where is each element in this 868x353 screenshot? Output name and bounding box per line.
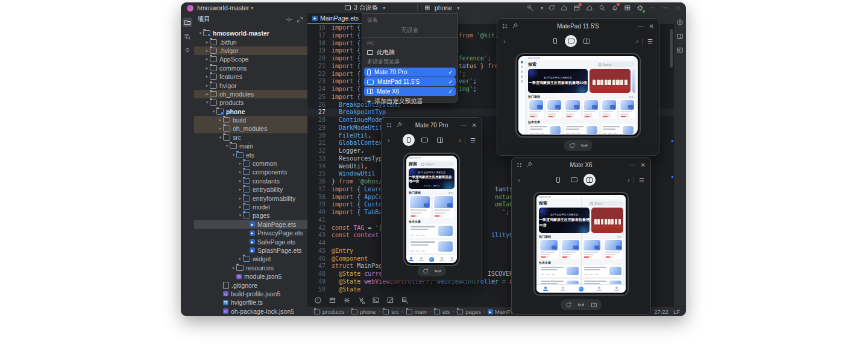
tree-item-widget[interactable]: ▸widget <box>194 255 307 263</box>
build-output-icon[interactable] <box>328 296 336 305</box>
device-type-fold[interactable] <box>580 35 593 47</box>
tree-item-.gitignore[interactable]: .gitignore <box>194 281 307 289</box>
chevron-down-icon[interactable]: ▾ <box>251 5 253 11</box>
inspector-icon[interactable] <box>675 45 685 55</box>
inspector-button[interactable] <box>577 301 585 308</box>
notifications-icon[interactable] <box>611 4 619 12</box>
course-card[interactable] <box>601 99 617 119</box>
search-everywhere-icon[interactable] <box>598 4 606 12</box>
article-card[interactable] <box>539 279 580 284</box>
tree-item-ohmodules[interactable]: ▸oh_modules <box>194 124 307 133</box>
editor-scrollbar[interactable] <box>670 29 673 68</box>
previewer-window-matepad[interactable]: MatePad 11.5'S—✕‹›☰HMOS世界⌃ – ×探索Search超4… <box>497 18 659 156</box>
locate-file-icon[interactable] <box>285 15 293 24</box>
tree-chevron-icon[interactable]: ▸ <box>204 92 210 97</box>
tab-item[interactable] <box>608 286 626 292</box>
tree-item-constants[interactable]: ▸constants <box>194 177 307 185</box>
tree-item-main[interactable]: ▾main <box>194 142 307 150</box>
banner-dark[interactable]: 超4千款应用加入鸿蒙生态一季度鸿蒙原生应用新装机量增20倍 <box>528 69 588 93</box>
tree-item-features[interactable]: ▸features <box>194 72 307 81</box>
service-icon[interactable] <box>573 4 581 12</box>
device-screen[interactable]: HMOS世界⌃ – ×探索Search超4千款应用加入鸿蒙生态一季度鸿蒙原生应用… <box>536 195 626 293</box>
article-card[interactable] <box>409 240 454 253</box>
course-card[interactable] <box>539 239 559 259</box>
fold-toggle-button[interactable] <box>590 301 597 308</box>
tree-chevron-icon[interactable]: ▾ <box>211 109 216 114</box>
rotate-button[interactable] <box>565 301 572 308</box>
settings-icon[interactable] <box>636 4 644 12</box>
next-device-icon[interactable]: › <box>627 176 630 183</box>
tree-chevron-icon[interactable]: ▾ <box>218 135 223 140</box>
article-card[interactable] <box>564 124 599 135</box>
tree-item-ets[interactable]: ▾ets <box>194 150 307 159</box>
project-name[interactable]: hmosworld-master <box>197 4 249 11</box>
tree-item-components[interactable]: ▸components <box>194 168 307 176</box>
tree-chevron-icon[interactable]: ▸ <box>237 187 243 192</box>
device-list-icon[interactable]: ☰ <box>634 177 644 183</box>
tree-item-build-profile.json5[interactable]: {}build-profile.json5 <box>194 290 307 298</box>
build-hammer-icon[interactable] <box>526 4 535 12</box>
article-card[interactable] <box>528 124 562 135</box>
article-card[interactable] <box>539 265 580 277</box>
tree-chevron-icon[interactable]: ▸ <box>218 118 223 122</box>
tree-item-privacypage.ets[interactable]: ▶PrivacyPage.ets <box>194 229 307 237</box>
breadcrumb-item-main[interactable]: main <box>406 308 427 315</box>
tree-item-hmosworld-master[interactable]: ▾hmosworld-master <box>194 29 307 37</box>
tree-chevron-icon[interactable]: ▾ <box>224 144 230 148</box>
device-list-icon[interactable]: ☰ <box>465 137 476 144</box>
more-link[interactable]: 更多 › <box>448 191 454 194</box>
device-type-tablet[interactable] <box>568 174 580 186</box>
minimize-icon[interactable]: — <box>638 23 644 30</box>
breadcrumb-item-src[interactable]: src <box>382 308 399 315</box>
device-screen[interactable]: HMOS世界– ×探索Search超4千款应用加入鸿蒙生态一季度鸿蒙原生应用新装… <box>406 156 457 263</box>
tree-chevron-icon[interactable]: ▸ <box>237 161 243 166</box>
tree-item-phone[interactable]: ▾phone <box>194 107 307 116</box>
breadcrumb-item-ets[interactable]: ets <box>433 308 450 315</box>
tree-chevron-icon[interactable]: ▸ <box>231 266 236 270</box>
course-card[interactable] <box>528 99 544 119</box>
article-card[interactable] <box>582 265 624 277</box>
device-screen[interactable]: HMOS世界⌃ – ×探索Search超4千款应用加入鸿蒙生态一季度鸿蒙原生应用… <box>518 56 638 135</box>
minimize-icon[interactable]: — <box>461 122 467 129</box>
tree-item-mainpage.ets[interactable]: ▶MainPage.ets <box>194 220 307 229</box>
rotate-button[interactable] <box>568 142 576 149</box>
course-card[interactable] <box>619 99 635 119</box>
course-card[interactable] <box>433 195 455 218</box>
tree-item-build[interactable]: ▸build <box>194 116 307 124</box>
tab-item[interactable] <box>555 286 573 292</box>
tree-item-.hvigor[interactable]: ▸.hvigor <box>194 46 307 55</box>
tree-item-src[interactable]: ▾src <box>194 133 307 142</box>
device-list-icon[interactable]: ☰ <box>642 38 653 45</box>
breadcrumb-item-phone[interactable]: phone <box>351 308 376 315</box>
tab-item[interactable] <box>406 256 417 262</box>
menu-item-matepad-11-5-s[interactable]: MatePad 11.5'S✓ <box>364 77 456 86</box>
rerun-icon[interactable] <box>547 4 556 12</box>
add-custom-previewer[interactable]: + 添加自定义预览器 <box>362 97 458 106</box>
device-type-phone[interactable] <box>403 134 415 146</box>
tree-item-entryformability[interactable]: ▸entryformability <box>194 194 307 202</box>
tree-item-commons[interactable]: ▸commons <box>194 64 307 72</box>
tree-chevron-icon[interactable]: ▸ <box>204 40 210 45</box>
article-card[interactable] <box>582 279 624 284</box>
course-card[interactable] <box>583 99 599 119</box>
close-icon[interactable] <box>674 4 682 12</box>
tree-item-oh-package-lock.json5[interactable]: {}oh-package-lock.json5 <box>194 307 307 316</box>
inspector-button[interactable] <box>435 267 442 275</box>
vcs-tool-icon[interactable] <box>183 45 192 55</box>
tree-item-splashpage.ets[interactable]: ▶SplashPage.ets <box>194 246 307 255</box>
banner-carousel[interactable]: 超4千款应用加入鸿蒙生态一季度鸿蒙原生应用新装机量增20倍 <box>409 168 454 189</box>
tree-item-safepage.ets[interactable]: ▶SafePage.ets <box>194 237 307 246</box>
tree-item-module.json5[interactable]: {}module.json5 <box>194 272 307 281</box>
device-type-tablet[interactable] <box>565 35 577 47</box>
tree-item-products[interactable]: ▾products <box>194 98 307 107</box>
tree-item-hvigor[interactable]: ▸hvigor <box>194 81 307 89</box>
course-card[interactable] <box>582 239 602 259</box>
breadcrumb-item-pages[interactable]: pages <box>456 308 481 315</box>
device-type-tablet[interactable] <box>418 134 430 146</box>
menu-item-this-pc[interactable]: 此电脑 <box>362 48 458 57</box>
more-link[interactable]: 更多 › <box>629 95 635 98</box>
more-icon[interactable] <box>649 4 657 12</box>
tree-item-common[interactable]: ▸common <box>194 159 307 168</box>
search-bar[interactable]: Search <box>420 162 454 167</box>
prev-device-icon[interactable]: ‹ <box>518 176 520 183</box>
